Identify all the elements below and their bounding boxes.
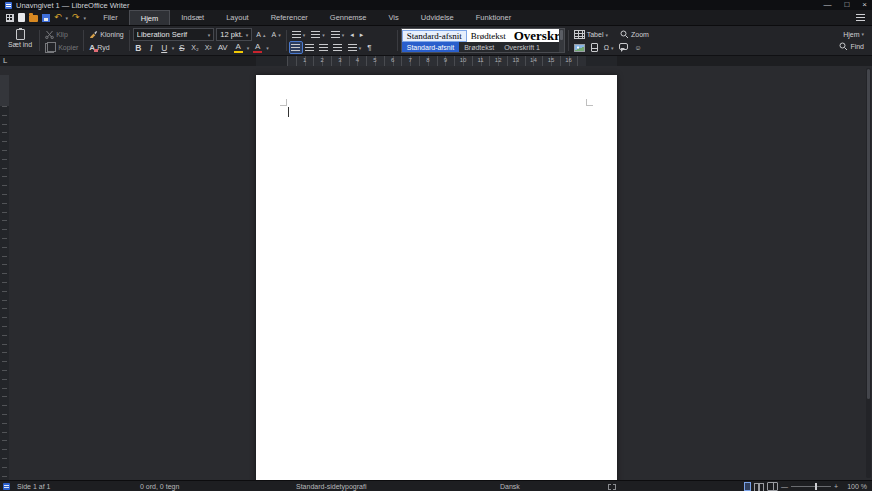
insert-emoji-button[interactable]: ☺ [632, 41, 643, 54]
ruler-row: L 12345678910111213141516 [0, 56, 872, 66]
highlight-caret[interactable]: ▾ [247, 45, 250, 51]
align-justify-button[interactable] [332, 42, 344, 53]
tab-gennemse[interactable]: Gennemse [319, 10, 378, 25]
numbered-list-button[interactable]: ▾ [329, 28, 347, 41]
book-view-button[interactable] [767, 482, 778, 491]
find-label: Find [850, 43, 864, 50]
redo-dropdown-caret[interactable]: ▾ [84, 15, 87, 21]
tab-stop-selector[interactable]: L [3, 57, 7, 64]
insert-table-button[interactable]: Tabel ▾ [572, 28, 610, 41]
increase-indent-button[interactable]: ▸ [358, 28, 366, 41]
save-status-icon[interactable] [3, 483, 10, 490]
toolbar-separator [129, 30, 130, 51]
vertical-ruler[interactable] [0, 75, 9, 480]
superscript-button[interactable]: X² [203, 41, 214, 54]
align-left-button[interactable] [290, 42, 302, 53]
tab-hjem[interactable]: Hjem [129, 10, 171, 25]
horizontal-ruler[interactable]: 12345678910111213141516 [256, 56, 617, 66]
line-spacing-button[interactable]: ▾ [290, 28, 308, 41]
insert-special-character-button[interactable]: Ω▾ [602, 41, 616, 54]
italic-button[interactable]: I [146, 41, 157, 54]
tab-vis[interactable]: Vis [378, 10, 410, 25]
maximize-button[interactable]: □ [844, 0, 849, 10]
insert-image-button[interactable] [572, 41, 587, 54]
insert-comment-button[interactable] [617, 41, 630, 54]
underline-caret[interactable]: ▾ [172, 45, 175, 51]
bullet-list-button[interactable]: ▾ [309, 28, 327, 41]
shrink-font-button[interactable]: A▾ [270, 28, 283, 41]
style-item-standard[interactable]: Standard-afsnit [402, 42, 459, 52]
copy-button[interactable]: Kopier [43, 41, 80, 54]
style-item-heading1[interactable]: Overskrift 1 [499, 42, 545, 52]
font-color-button[interactable]: A [251, 41, 264, 54]
save-icon[interactable] [42, 14, 50, 22]
highlight-color-button[interactable]: A [232, 41, 245, 54]
font-color-caret[interactable]: ▾ [266, 45, 269, 51]
page-count-status[interactable]: Side 1 af 1 [17, 481, 50, 491]
tab-udvidelse[interactable]: Udvidelse [410, 10, 465, 25]
align-center-icon [305, 44, 314, 52]
selection-mode-icon[interactable] [608, 484, 616, 490]
minimize-button[interactable]: — [823, 0, 831, 10]
menubar-toggle-button[interactable] [849, 10, 872, 25]
clear-formatting-button[interactable]: A Ryd [87, 41, 111, 54]
undo-icon[interactable]: ↶ [54, 13, 62, 22]
zoom-in-button[interactable]: + [834, 483, 838, 490]
page-style-status[interactable]: Standard-sidetypografi [296, 481, 366, 491]
language-status[interactable]: Dansk [500, 481, 520, 491]
toolbar-separator [39, 30, 40, 51]
document-page[interactable] [256, 75, 617, 480]
single-page-view-button[interactable] [744, 482, 751, 491]
section-menu-button[interactable]: Hjem ▾ [841, 28, 866, 41]
clone-formatting-button[interactable]: Kloning [87, 28, 125, 41]
view-layout-buttons [744, 481, 778, 491]
font-name-combo[interactable]: Liberation Serif ▾ [133, 28, 215, 41]
underline-button[interactable]: U [159, 41, 170, 54]
zoom-out-button[interactable]: — [781, 483, 788, 490]
formatting-marks-button[interactable]: ¶ [365, 41, 373, 54]
strikethrough-button[interactable]: S [176, 41, 187, 54]
zoom-percentage[interactable]: 100 % [847, 481, 867, 491]
bold-button[interactable]: B [133, 41, 144, 54]
open-folder-icon[interactable] [29, 15, 38, 22]
vertical-scrollbar[interactable] [866, 68, 871, 478]
notebookbar-tab-row: ↶ ▾ ↷ ▾ Filer Hjem Indsæt Layout Referen… [0, 10, 872, 26]
character-spacing-button[interactable]: AV [216, 41, 230, 54]
cut-button[interactable]: Klip [43, 28, 70, 41]
redo-icon[interactable]: ↷ [72, 13, 80, 22]
window-title: Unavngivet 1 — LibreOffice Writer [16, 1, 130, 10]
multi-page-view-button[interactable] [754, 482, 764, 491]
decrease-indent-button[interactable]: ◂ [348, 28, 356, 41]
style-preview-body[interactable]: Brødtekst [467, 31, 510, 41]
paragraph-spacing-caret: ▾ [359, 45, 362, 51]
zoom-button[interactable]: Zoom [618, 28, 651, 41]
align-left-icon [291, 44, 300, 52]
zoom-slider-track[interactable] [791, 483, 831, 490]
style-item-body[interactable]: Brødtekst [459, 42, 499, 52]
new-document-icon[interactable] [18, 13, 25, 22]
close-button[interactable]: × [862, 0, 867, 10]
tab-indsaet[interactable]: Indsæt [170, 10, 215, 25]
paste-button[interactable]: Sæt ind [4, 28, 36, 49]
zoom-slider-thumb[interactable] [815, 483, 817, 490]
menu-grid-icon[interactable] [6, 14, 14, 22]
tab-filer[interactable]: Filer [92, 10, 129, 25]
tab-referencer[interactable]: Referencer [260, 10, 319, 25]
font-size-combo[interactable]: 12 pkt. ▾ [216, 28, 252, 41]
tab-layout[interactable]: Layout [215, 10, 260, 25]
subscript-button[interactable]: X₂ [189, 41, 200, 54]
styles-scrollbar[interactable] [559, 29, 564, 52]
paragraph-spacing-button[interactable]: ▾ [346, 41, 364, 54]
grow-font-button[interactable]: A▴ [254, 28, 267, 41]
word-count-status[interactable]: 0 ord, 0 tegn [140, 481, 179, 491]
style-preview-standard[interactable]: Standard-afsnit [402, 30, 467, 42]
find-button[interactable]: Find [837, 41, 866, 54]
paintbrush-icon [89, 30, 98, 39]
align-right-button[interactable] [318, 42, 330, 53]
align-center-button[interactable] [304, 42, 316, 53]
tab-funktioner[interactable]: Funktioner [465, 10, 522, 25]
text-cursor [288, 107, 289, 117]
style-preview-heading1[interactable]: Overskr [510, 29, 559, 42]
undo-dropdown-caret[interactable]: ▾ [66, 15, 69, 21]
insert-page-break-button[interactable] [589, 41, 600, 54]
